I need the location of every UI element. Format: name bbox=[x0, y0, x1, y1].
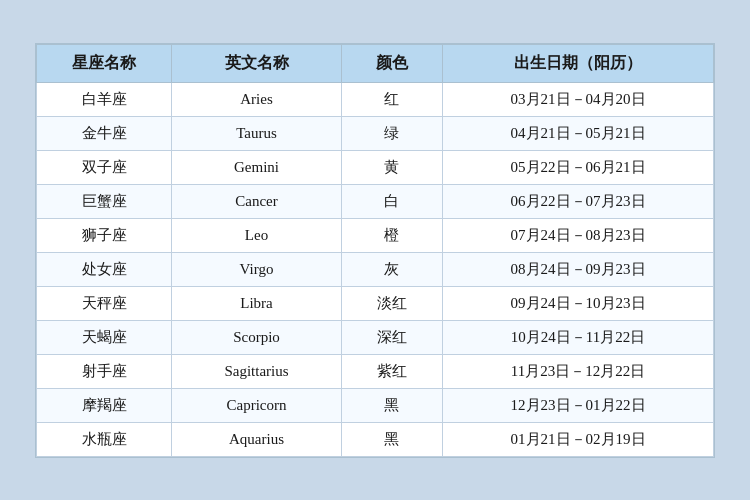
table-row: 狮子座Leo橙07月24日－08月23日 bbox=[37, 218, 714, 252]
cell-english: Aquarius bbox=[172, 422, 341, 456]
table-row: 天秤座Libra淡红09月24日－10月23日 bbox=[37, 286, 714, 320]
cell-english: Gemini bbox=[172, 150, 341, 184]
table-row: 白羊座Aries红03月21日－04月20日 bbox=[37, 82, 714, 116]
table-row: 金牛座Taurus绿04月21日－05月21日 bbox=[37, 116, 714, 150]
cell-english: Aries bbox=[172, 82, 341, 116]
header-color: 颜色 bbox=[341, 44, 443, 82]
cell-chinese: 巨蟹座 bbox=[37, 184, 172, 218]
cell-date: 07月24日－08月23日 bbox=[443, 218, 714, 252]
cell-chinese: 水瓶座 bbox=[37, 422, 172, 456]
cell-date: 11月23日－12月22日 bbox=[443, 354, 714, 388]
cell-english: Leo bbox=[172, 218, 341, 252]
header-date: 出生日期（阳历） bbox=[443, 44, 714, 82]
cell-english: Virgo bbox=[172, 252, 341, 286]
table-row: 射手座Sagittarius紫红11月23日－12月22日 bbox=[37, 354, 714, 388]
cell-color: 黑 bbox=[341, 388, 443, 422]
cell-color: 深红 bbox=[341, 320, 443, 354]
header-english: 英文名称 bbox=[172, 44, 341, 82]
cell-chinese: 白羊座 bbox=[37, 82, 172, 116]
cell-color: 橙 bbox=[341, 218, 443, 252]
cell-chinese: 射手座 bbox=[37, 354, 172, 388]
cell-english: Scorpio bbox=[172, 320, 341, 354]
cell-chinese: 天蝎座 bbox=[37, 320, 172, 354]
cell-chinese: 天秤座 bbox=[37, 286, 172, 320]
cell-english: Sagittarius bbox=[172, 354, 341, 388]
cell-date: 01月21日－02月19日 bbox=[443, 422, 714, 456]
zodiac-table: 星座名称 英文名称 颜色 出生日期（阳历） 白羊座Aries红03月21日－04… bbox=[36, 44, 714, 457]
cell-chinese: 双子座 bbox=[37, 150, 172, 184]
cell-date: 09月24日－10月23日 bbox=[443, 286, 714, 320]
cell-date: 05月22日－06月21日 bbox=[443, 150, 714, 184]
cell-date: 03月21日－04月20日 bbox=[443, 82, 714, 116]
cell-english: Cancer bbox=[172, 184, 341, 218]
table-header-row: 星座名称 英文名称 颜色 出生日期（阳历） bbox=[37, 44, 714, 82]
table-row: 双子座Gemini黄05月22日－06月21日 bbox=[37, 150, 714, 184]
table-row: 巨蟹座Cancer白06月22日－07月23日 bbox=[37, 184, 714, 218]
header-chinese: 星座名称 bbox=[37, 44, 172, 82]
cell-chinese: 处女座 bbox=[37, 252, 172, 286]
table-row: 处女座Virgo灰08月24日－09月23日 bbox=[37, 252, 714, 286]
cell-color: 红 bbox=[341, 82, 443, 116]
cell-english: Capricorn bbox=[172, 388, 341, 422]
cell-date: 08月24日－09月23日 bbox=[443, 252, 714, 286]
cell-chinese: 狮子座 bbox=[37, 218, 172, 252]
cell-chinese: 金牛座 bbox=[37, 116, 172, 150]
cell-color: 紫红 bbox=[341, 354, 443, 388]
cell-color: 黑 bbox=[341, 422, 443, 456]
cell-color: 黄 bbox=[341, 150, 443, 184]
cell-date: 04月21日－05月21日 bbox=[443, 116, 714, 150]
cell-chinese: 摩羯座 bbox=[37, 388, 172, 422]
cell-english: Libra bbox=[172, 286, 341, 320]
cell-color: 灰 bbox=[341, 252, 443, 286]
cell-color: 淡红 bbox=[341, 286, 443, 320]
table-row: 摩羯座Capricorn黑12月23日－01月22日 bbox=[37, 388, 714, 422]
zodiac-table-container: 星座名称 英文名称 颜色 出生日期（阳历） 白羊座Aries红03月21日－04… bbox=[35, 43, 715, 458]
cell-date: 10月24日－11月22日 bbox=[443, 320, 714, 354]
cell-date: 06月22日－07月23日 bbox=[443, 184, 714, 218]
cell-color: 绿 bbox=[341, 116, 443, 150]
cell-color: 白 bbox=[341, 184, 443, 218]
cell-english: Taurus bbox=[172, 116, 341, 150]
cell-date: 12月23日－01月22日 bbox=[443, 388, 714, 422]
table-row: 水瓶座Aquarius黑01月21日－02月19日 bbox=[37, 422, 714, 456]
table-row: 天蝎座Scorpio深红10月24日－11月22日 bbox=[37, 320, 714, 354]
